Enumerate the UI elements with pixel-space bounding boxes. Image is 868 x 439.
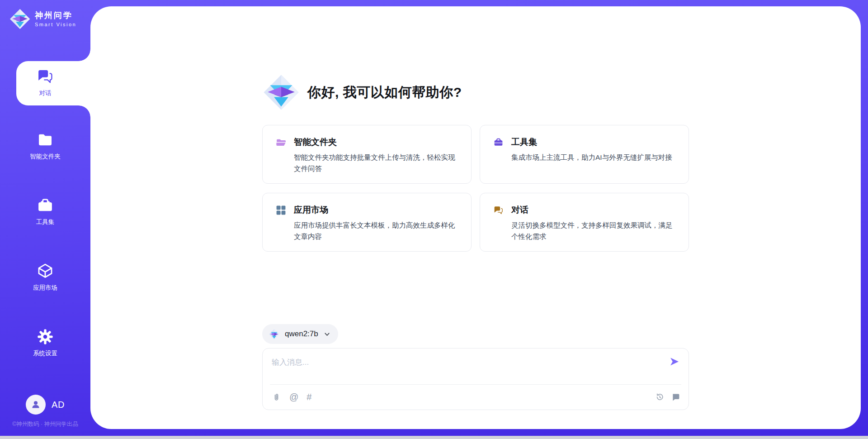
message-input[interactable] — [272, 356, 642, 369]
history-icon — [655, 392, 665, 402]
attachment-icon — [272, 392, 281, 402]
card-title: 工具集 — [511, 136, 537, 148]
cube-icon — [36, 262, 55, 281]
card-description: 灵活切换多模型文件，支持多样回复效果调试，满足个性化需求 — [511, 220, 676, 243]
card-toolset[interactable]: 工具集 集成市场上主流工具，助力AI与外界无缝扩展与对接 — [480, 125, 689, 184]
toolbox-icon — [36, 196, 55, 215]
history-button[interactable] — [655, 392, 665, 402]
person-icon — [30, 399, 42, 410]
sidebar-item-settings[interactable]: 系统设置 — [0, 327, 90, 358]
greeting: 你好, 我可以如何帮助你? — [262, 73, 462, 111]
model-selector[interactable]: qwen2:7b — [262, 324, 338, 344]
greeting-text: 你好, 我可以如何帮助你? — [307, 83, 462, 102]
chat-icon — [36, 67, 55, 86]
send-button[interactable] — [669, 356, 680, 368]
card-title: 智能文件夹 — [294, 136, 337, 148]
attach-file-button[interactable] — [272, 392, 281, 402]
card-description: 集成市场上主流工具，助力AI与外界无缝扩展与对接 — [511, 152, 676, 163]
sidebar-item-label: 工具集 — [36, 218, 55, 226]
folder-open-icon — [275, 137, 287, 148]
avatar — [26, 395, 46, 415]
folder-icon — [36, 130, 55, 149]
sidebar: 神州问学 Smart Vision 对话 智能文件夹 工具集 应用市场 — [0, 0, 90, 439]
card-chat[interactable]: 对话 灵活切换多模型文件，支持多样回复效果调试，满足个性化需求 — [480, 193, 689, 252]
hashtag-button[interactable]: # — [307, 392, 311, 402]
composer-toolbar: @ # — [272, 385, 680, 410]
card-title: 应用市场 — [294, 204, 328, 216]
mention-icon: @ — [289, 392, 298, 402]
gear-icon — [36, 327, 55, 346]
brand-diamond-icon — [9, 8, 31, 30]
card-title: 对话 — [511, 204, 528, 216]
mention-button[interactable]: @ — [289, 392, 298, 402]
toolbox-icon — [493, 137, 504, 148]
user-name: AD — [52, 400, 65, 410]
card-smart-folder[interactable]: 智能文件夹 智能文件夹功能支持批量文件上传与清洗，轻松实现文件问答 — [262, 125, 472, 184]
message-composer: @ # — [262, 348, 689, 410]
main-panel: 你好, 我可以如何帮助你? 智能文件夹 智能文件夹功能支持批量文件上传与清洗，轻… — [90, 6, 861, 429]
sidebar-item-label: 系统设置 — [33, 349, 57, 358]
sidebar-footer: ©神州数码 · 神州问学出品 — [0, 420, 90, 428]
brand-diamond-icon — [269, 329, 280, 340]
model-name: qwen2:7b — [285, 329, 318, 339]
sidebar-item-smart-folder[interactable]: 智能文件夹 — [0, 130, 90, 161]
feedback-button[interactable] — [671, 392, 680, 402]
sidebar-item-label: 对话 — [39, 89, 52, 97]
sidebar-item-label: 智能文件夹 — [30, 153, 61, 161]
sidebar-item-toolset[interactable]: 工具集 — [0, 196, 90, 226]
sidebar-item-app-market[interactable]: 应用市场 — [0, 262, 90, 292]
page-bottom-scrollbar[interactable] — [0, 436, 868, 439]
card-description: 智能文件夹功能支持批量文件上传与清洗，轻松实现文件问答 — [294, 152, 458, 175]
sidebar-item-label: 应用市场 — [33, 284, 57, 292]
send-icon — [669, 356, 680, 367]
chevron-down-icon — [323, 330, 331, 338]
sidebar-item-chat[interactable]: 对话 — [0, 67, 90, 97]
card-app-market[interactable]: 应用市场 应用市场提供丰富长文本模板，助力高效生成多样化文章内容 — [262, 193, 472, 252]
brand-logo: 神州问学 Smart Vision — [9, 8, 76, 30]
apps-grid-icon — [275, 205, 287, 216]
brand-name: 神州问学 — [35, 11, 76, 21]
brand-subtitle: Smart Vision — [35, 22, 76, 27]
brand-diamond-icon — [262, 73, 300, 111]
feature-cards: 智能文件夹 智能文件夹功能支持批量文件上传与清洗，轻松实现文件问答 工具集 集成… — [262, 125, 689, 252]
message-icon — [671, 392, 680, 402]
hashtag-icon: # — [307, 392, 311, 402]
card-description: 应用市场提供丰富长文本模板，助力高效生成多样化文章内容 — [294, 220, 458, 243]
user-account[interactable]: AD — [0, 395, 90, 415]
chat-icon — [493, 205, 504, 216]
